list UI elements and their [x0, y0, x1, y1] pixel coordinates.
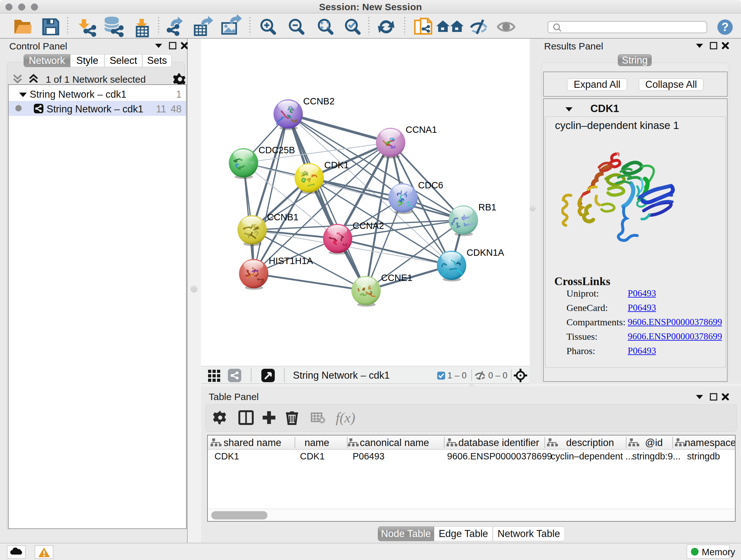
svg-text:CCNB2: CCNB2: [303, 96, 334, 106]
svg-text:?: ?: [722, 20, 729, 34]
svg-text:CCNB1: CCNB1: [267, 212, 298, 222]
svg-text:CDC6: CDC6: [418, 180, 443, 190]
svg-text:f(x): f(x): [336, 410, 355, 426]
svg-text:HIST1H1A: HIST1H1A: [269, 256, 313, 266]
svg-text:CDKN1A: CDKN1A: [467, 247, 504, 258]
svg-text:namespace: namespace: [685, 437, 735, 448]
svg-text:canonical name: canonical name: [360, 437, 429, 448]
svg-text:0 – 0: 0 – 0: [488, 371, 508, 380]
svg-text:@id: @id: [645, 437, 663, 448]
svg-text:database identifier: database identifier: [458, 437, 539, 448]
svg-text:shared name: shared name: [224, 437, 281, 448]
svg-text:CCNE1: CCNE1: [381, 273, 412, 283]
svg-text:name: name: [305, 437, 329, 448]
svg-text:CDC25B: CDC25B: [259, 145, 295, 155]
svg-text:CDK1: CDK1: [324, 160, 349, 170]
svg-text:CCNA2: CCNA2: [353, 221, 384, 231]
svg-text:RB1: RB1: [478, 202, 496, 212]
svg-text:String Network – cdk1: String Network – cdk1: [293, 370, 390, 381]
svg-text:1 – 0: 1 – 0: [448, 371, 467, 380]
svg-text:description: description: [566, 437, 614, 448]
svg-text:CCNA1: CCNA1: [406, 125, 437, 135]
